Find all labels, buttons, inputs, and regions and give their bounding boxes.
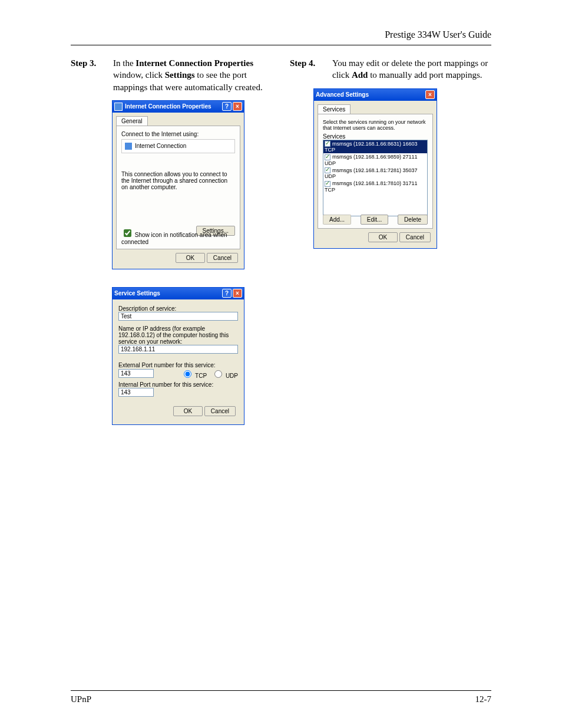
ip-label: Name or IP address (for example 192.168.… <box>118 325 238 345</box>
adv-title: Advanced Settings <box>316 91 369 98</box>
ss-cancel-button[interactable]: Cancel <box>204 406 236 416</box>
step-3: Step 3. In the Internet Connection Prope… <box>71 57 272 93</box>
udp-radio[interactable]: UDP <box>211 368 238 379</box>
ss-titlebar: Service Settings ? × <box>113 288 244 299</box>
step3-bold1: Internet Connection Properties <box>135 58 253 68</box>
internal-port-label: Internal Port number for this service: <box>118 381 238 388</box>
services-label: Services <box>323 133 428 140</box>
add-button[interactable]: Add... <box>323 215 351 225</box>
step4-post: to manually add port mappings. <box>368 70 482 80</box>
advanced-settings-dialog: Advanced Settings × Services Select the … <box>313 88 437 249</box>
adv-titlebar: Advanced Settings × <box>314 89 437 101</box>
service-row[interactable]: msmsgs (192.168.1.66:9859) 27111 UDP <box>323 153 427 167</box>
icp-cancel-button[interactable]: Cancel <box>207 253 238 263</box>
step-3-text: In the Internet Connection Properties wi… <box>113 57 272 93</box>
service-settings-dialog: Service Settings ? × Description of serv… <box>112 287 244 425</box>
header-rule <box>71 45 491 45</box>
tab-services[interactable]: Services <box>318 104 351 114</box>
step-4-label: Step 4. <box>290 57 325 81</box>
internet-connection-properties-dialog: Internet Connection Properties ? × Gener… <box>112 100 244 269</box>
delete-button[interactable]: Delete <box>398 215 428 225</box>
close-icon[interactable]: × <box>425 90 435 99</box>
step3-bold2: Settings <box>165 70 195 80</box>
page-footer: UPnP 12-7 <box>71 690 491 704</box>
icp-titlebar: Internet Connection Properties ? × <box>113 101 244 113</box>
svc-r1: msmsgs (192.168.1.66:8631) 16603 TCP <box>325 141 418 153</box>
network-icon <box>124 142 133 150</box>
connect-using-label: Connect to the Internet using: <box>121 131 235 137</box>
window-icon <box>114 103 123 111</box>
step3-pre: In the <box>113 58 135 68</box>
ss-ok-button[interactable]: OK <box>173 406 203 416</box>
footer-right: 12-7 <box>475 694 492 704</box>
ss-title: Service Settings <box>114 290 160 297</box>
service-row[interactable]: msmsgs (192.168.1.81:7810) 31711 TCP <box>323 180 427 193</box>
footer-left: UPnP <box>71 694 91 704</box>
icp-title: Internet Connection Properties <box>125 103 211 110</box>
help-icon[interactable]: ? <box>222 102 232 111</box>
services-listbox[interactable]: msmsgs (192.168.1.66:8631) 16603 TCP msm… <box>323 140 428 216</box>
external-port-input[interactable] <box>118 369 154 378</box>
connection-description: This connection allows you to connect to… <box>121 171 235 190</box>
close-icon[interactable]: × <box>233 289 242 298</box>
check-icon[interactable] <box>325 141 330 147</box>
edit-button[interactable]: Edit... <box>361 215 389 225</box>
tab-general[interactable]: General <box>116 116 148 126</box>
help-icon[interactable]: ? <box>222 289 232 298</box>
step3-mid1: window, click <box>113 70 165 80</box>
icp-ok-button[interactable]: OK <box>176 253 205 263</box>
udp-label: UDP <box>226 373 238 379</box>
page-header: Prestige 334W User's Guide <box>71 29 491 45</box>
svc-r4: msmsgs (192.168.1.81:7810) 31711 TCP <box>325 180 418 193</box>
adv-instructions: Select the services running on your netw… <box>323 119 428 131</box>
adv-ok-button[interactable]: OK <box>368 232 398 242</box>
tcp-radio[interactable]: TCP <box>181 368 207 379</box>
ip-input[interactable] <box>118 345 238 354</box>
external-port-label: External Port number for this service: <box>118 362 238 368</box>
check-icon[interactable] <box>325 181 330 187</box>
service-row-selected[interactable]: msmsgs (192.168.1.66:8631) 16603 TCP <box>323 140 427 154</box>
svc-r3: msmsgs (192.168.1.81:7281) 35037 UDP <box>325 167 418 180</box>
tcp-label: TCP <box>195 373 207 379</box>
internal-port-input[interactable] <box>118 388 154 397</box>
show-icon-checkbox[interactable] <box>124 229 131 237</box>
step4-bold1: Add <box>352 70 368 80</box>
service-row[interactable]: msmsgs (192.168.1.81:7281) 35037 UDP <box>323 167 427 180</box>
step-4: Step 4. You may edit or delete the port … <box>290 57 491 81</box>
show-icon-label: Show icon in notification area when conn… <box>121 232 227 245</box>
close-icon[interactable]: × <box>233 102 242 111</box>
description-label: Description of service: <box>118 305 238 312</box>
step-4-text: You may edit or delete the port mappings… <box>332 57 491 81</box>
check-icon[interactable] <box>325 167 330 173</box>
step-3-label: Step 3. <box>71 57 106 93</box>
check-icon[interactable] <box>325 154 330 160</box>
description-input[interactable] <box>118 312 238 321</box>
adv-cancel-button[interactable]: Cancel <box>399 232 431 242</box>
svc-r2: msmsgs (192.168.1.66:9859) 27111 UDP <box>325 154 418 166</box>
connection-item: Internet Connection <box>135 143 186 149</box>
